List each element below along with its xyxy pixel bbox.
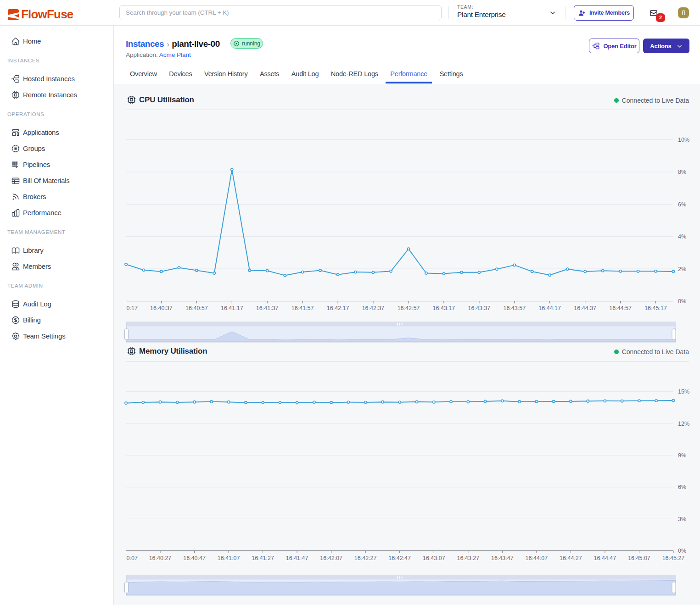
svg-text:12%: 12% [678,421,689,427]
svg-text:16:43:07: 16:43:07 [423,555,445,561]
svg-text:16:45:17: 16:45:17 [644,305,667,311]
svg-text:16:45:07: 16:45:07 [628,555,650,561]
svg-text:16:42:57: 16:42:57 [398,305,420,311]
svg-text:16:41:17: 16:41:17 [221,305,243,311]
svg-text:16:41:37: 16:41:37 [256,305,279,311]
svg-text:16:42:17: 16:42:17 [327,305,349,311]
svg-text:16:42:47: 16:42:47 [388,555,411,561]
svg-text:16:44:17: 16:44:17 [538,305,561,311]
svg-text:16:44:37: 16:44:37 [574,305,596,311]
svg-text:16:42:27: 16:42:27 [354,555,377,561]
svg-text:4%: 4% [678,233,686,240]
svg-text:16:42:07: 16:42:07 [320,555,342,561]
svg-text:16:45:27: 16:45:27 [662,555,685,561]
svg-text:16:41:57: 16:41:57 [291,305,314,311]
svg-text:16:43:17: 16:43:17 [433,305,455,311]
svg-text:2%: 2% [678,266,686,272]
svg-text:16:44:07: 16:44:07 [526,555,548,561]
svg-text:16:40:27: 16:40:27 [149,555,172,561]
svg-text:6%: 6% [678,201,686,208]
svg-text:16:43:57: 16:43:57 [503,305,526,311]
svg-text:10%: 10% [678,137,689,143]
svg-text:16:44:27: 16:44:27 [560,555,582,561]
svg-text:16:40:47: 16:40:47 [183,555,206,561]
svg-text:16:41:07: 16:41:07 [218,555,240,561]
svg-text:16:41:27: 16:41:27 [252,555,274,561]
svg-text:16:44:57: 16:44:57 [609,305,632,311]
svg-text:15%: 15% [678,389,689,395]
svg-text:16:40:57: 16:40:57 [185,305,208,311]
svg-text:0:07: 0:07 [127,555,138,561]
svg-text:0:17: 0:17 [127,305,138,311]
svg-text:16:41:47: 16:41:47 [286,555,308,561]
svg-text:16:43:37: 16:43:37 [468,305,491,311]
svg-text:0%: 0% [678,548,686,554]
svg-text:6%: 6% [678,484,686,490]
svg-text:16:40:37: 16:40:37 [150,305,173,311]
svg-text:9%: 9% [678,452,686,459]
svg-text:8%: 8% [678,169,686,175]
svg-text:16:42:37: 16:42:37 [362,305,385,311]
svg-text:16:43:27: 16:43:27 [457,555,479,561]
svg-text:3%: 3% [678,516,686,522]
svg-text:0%: 0% [678,298,686,305]
svg-text:16:44:47: 16:44:47 [594,555,616,561]
svg-text:16:43:47: 16:43:47 [491,555,514,561]
